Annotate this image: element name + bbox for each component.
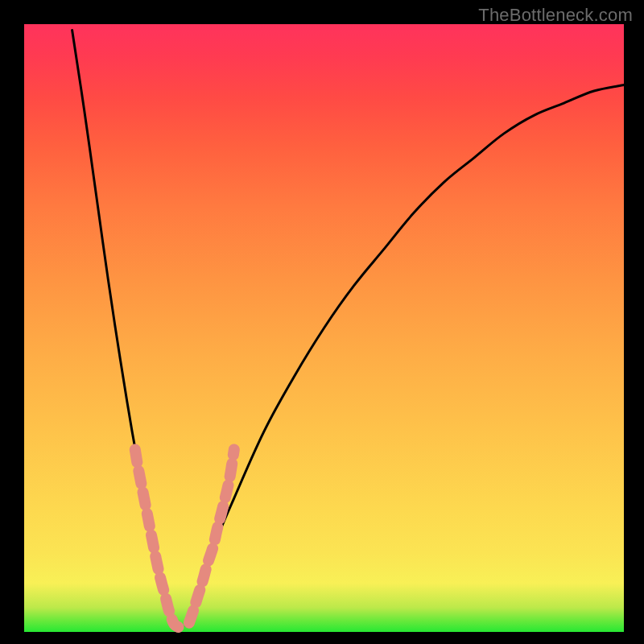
- right-branch-curve: [186, 85, 624, 626]
- watermark-text: TheBottleneck.com: [478, 5, 633, 26]
- plot-area: [24, 24, 624, 632]
- left-branch-highlight: [135, 450, 179, 628]
- chart-root: TheBottleneck.com: [0, 0, 644, 644]
- curve-layer: [24, 24, 624, 632]
- left-branch-curve: [72, 31, 175, 626]
- right-branch-highlight: [189, 450, 234, 623]
